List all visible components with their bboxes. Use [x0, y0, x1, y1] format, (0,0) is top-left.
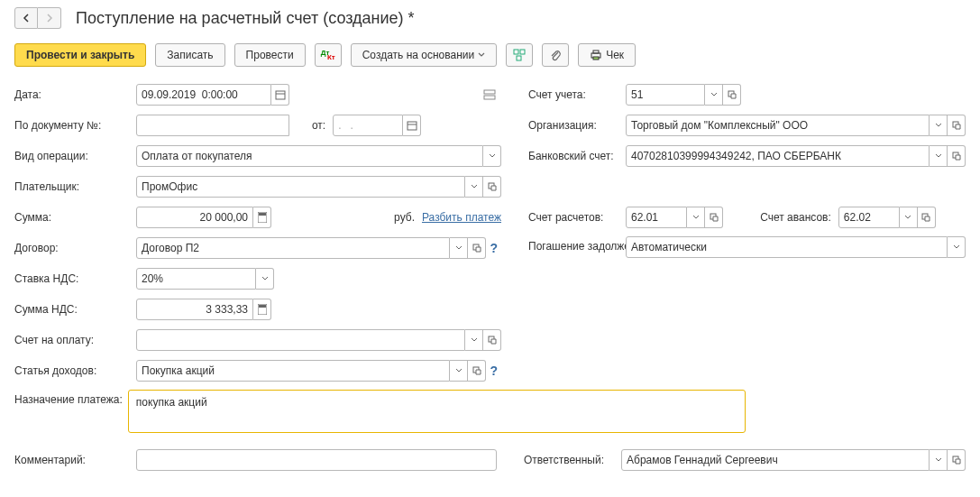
payer-dropdown[interactable]	[465, 176, 483, 198]
open-icon	[472, 244, 481, 253]
svg-rect-10	[408, 122, 417, 130]
chevron-down-icon	[489, 152, 496, 160]
account-input[interactable]	[626, 84, 705, 106]
payer-open[interactable]	[483, 176, 501, 198]
svg-rect-6	[276, 91, 285, 99]
settle-dropdown[interactable]	[687, 207, 705, 228]
open-icon	[952, 456, 961, 465]
op-type-dropdown[interactable]	[483, 145, 501, 167]
help-contract[interactable]: ?	[486, 241, 501, 255]
label-date: Дата:	[14, 88, 136, 101]
label-debt-repay: Погашение задолженности:	[528, 236, 626, 254]
dtkt-button[interactable]: ДтКт	[315, 43, 342, 67]
payer-input[interactable]	[136, 176, 465, 198]
calendar-icon	[407, 120, 417, 131]
comment-input[interactable]	[136, 449, 497, 471]
label-payer: Плательщик:	[14, 180, 136, 193]
label-settle-acct: Счет расчетов:	[528, 211, 626, 224]
chevron-down-icon	[904, 214, 911, 221]
svg-rect-5	[593, 57, 599, 60]
label-org: Организация:	[528, 119, 626, 132]
chevron-down-icon	[935, 456, 942, 464]
settle-open[interactable]	[705, 207, 723, 228]
bank-open[interactable]	[948, 145, 966, 167]
advance-dropdown[interactable]	[900, 207, 918, 228]
label-account: Счет учета:	[528, 88, 626, 101]
open-icon	[710, 213, 719, 222]
income-dropdown[interactable]	[450, 360, 468, 382]
check-button[interactable]: Чек	[578, 43, 636, 67]
invoice-open[interactable]	[483, 329, 501, 351]
advance-open[interactable]	[918, 207, 936, 228]
contract-input[interactable]	[136, 237, 450, 259]
label-doc-no: По документу №:	[14, 119, 136, 132]
invoice-input[interactable]	[136, 329, 465, 351]
vat-amount-calc[interactable]	[253, 299, 271, 320]
help-income[interactable]: ?	[486, 364, 501, 378]
calculator-icon	[258, 212, 267, 223]
org-dropdown[interactable]	[930, 115, 948, 136]
nav-forward[interactable]	[38, 7, 61, 29]
amount-input[interactable]	[136, 207, 253, 228]
income-open[interactable]	[468, 360, 486, 382]
chevron-down-icon	[455, 244, 463, 252]
record-button[interactable]: Записать	[155, 43, 224, 67]
contract-dropdown[interactable]	[450, 237, 468, 259]
resp-open[interactable]	[948, 449, 966, 471]
create-from-button[interactable]: Создать на основании	[351, 43, 498, 67]
doc-from-input[interactable]	[333, 115, 403, 136]
calculator-icon	[258, 304, 267, 315]
debt-repay-input[interactable]	[626, 236, 948, 258]
op-type-input[interactable]	[136, 145, 483, 167]
date-picker-btn[interactable]	[271, 84, 289, 106]
vat-rate-input[interactable]	[136, 268, 256, 290]
currency-label: руб.	[387, 211, 422, 224]
label-purpose: Назначение платежа:	[14, 390, 128, 406]
post-close-button[interactable]: Провести и закрыть	[14, 43, 146, 67]
chevron-down-icon	[471, 183, 478, 190]
label-contract: Договор:	[14, 242, 136, 254]
income-item-input[interactable]	[136, 360, 450, 382]
open-icon	[472, 366, 481, 375]
split-payment-link[interactable]: Разбить платеж	[422, 211, 501, 224]
contract-open[interactable]	[468, 237, 486, 259]
dtkt-icon: ДтКт	[321, 49, 335, 61]
label-amount: Сумма:	[14, 211, 136, 224]
mode-indicator[interactable]	[483, 89, 501, 100]
debt-dropdown[interactable]	[948, 236, 966, 258]
attach-button[interactable]	[542, 43, 569, 67]
open-icon	[952, 152, 961, 161]
svg-rect-14	[259, 213, 266, 216]
bank-dropdown[interactable]	[930, 145, 948, 167]
label-op-type: Вид операции:	[14, 150, 136, 162]
structure-button[interactable]	[506, 43, 533, 67]
post-button[interactable]: Провести	[234, 43, 306, 67]
bank-acct-input[interactable]	[626, 145, 930, 167]
doc-no-input[interactable]	[136, 115, 289, 136]
label-advance-acct: Счет авансов:	[753, 211, 838, 224]
open-icon	[488, 182, 497, 191]
chevron-down-icon	[478, 51, 485, 59]
org-open[interactable]	[948, 115, 966, 136]
label-bank-acct: Банковский счет:	[528, 150, 626, 162]
advance-acct-input[interactable]	[838, 207, 900, 228]
account-open[interactable]	[723, 84, 741, 106]
nav-back[interactable]	[14, 7, 38, 29]
vat-amount-input[interactable]	[136, 299, 253, 320]
vat-rate-dropdown[interactable]	[256, 268, 274, 290]
svg-rect-2	[517, 56, 521, 60]
resp-dropdown[interactable]	[930, 449, 948, 471]
responsible-input[interactable]	[621, 449, 930, 471]
org-input[interactable]	[626, 115, 930, 136]
doc-from-picker[interactable]	[403, 115, 421, 136]
date-input[interactable]	[136, 84, 271, 106]
label-income-item: Статья доходов:	[14, 364, 136, 377]
account-dropdown[interactable]	[705, 84, 723, 106]
chevron-down-icon	[471, 336, 478, 344]
open-icon	[921, 213, 930, 222]
invoice-dropdown[interactable]	[465, 329, 483, 351]
open-icon	[728, 90, 737, 99]
settle-acct-input[interactable]	[626, 207, 687, 228]
page-title: Поступление на расчетный счет (создание)…	[72, 9, 415, 28]
amount-calc[interactable]	[253, 207, 271, 228]
